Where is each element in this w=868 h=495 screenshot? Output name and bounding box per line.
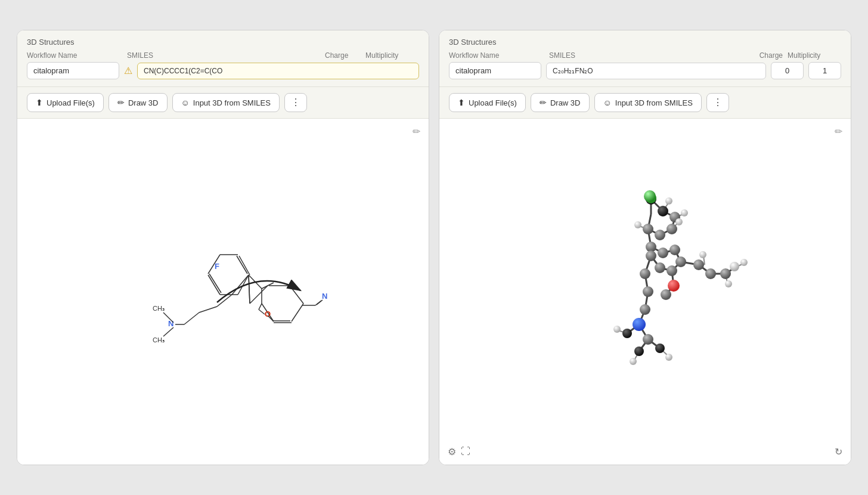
right-bottom-left-icons: ⚙ ⛶ xyxy=(448,446,470,457)
upload-icon-right: ⬆ xyxy=(458,98,465,107)
left-panel-header: 3D Structures Workflow Name SMILES Charg… xyxy=(17,30,429,87)
right-multiplicity-input[interactable] xyxy=(808,62,841,79)
svg-point-84 xyxy=(643,224,653,234)
svg-point-86 xyxy=(658,248,668,258)
left-col-header-charge: Charge xyxy=(325,51,361,60)
svg-point-101 xyxy=(633,318,646,331)
left-col-header-multiplicity: Multiplicity xyxy=(365,51,419,60)
left-col-header-smiles: SMILES xyxy=(127,51,320,60)
right-smiles-display[interactable] xyxy=(546,63,766,79)
left-panel-title: 3D Structures xyxy=(27,38,419,47)
refresh-icon[interactable]: ↻ xyxy=(835,446,842,457)
right-panel-title: 3D Structures xyxy=(449,38,841,47)
svg-point-92 xyxy=(693,259,704,270)
pencil-icon-right: ✏ xyxy=(540,98,547,107)
left-buttons-row: ⬆ Upload File(s) ✏ Draw 3D ☺ Input 3D fr… xyxy=(17,87,429,119)
pencil-icon: ✏ xyxy=(117,98,125,107)
left-edit-icon[interactable]: ✏ xyxy=(413,126,420,137)
svg-point-90 xyxy=(655,262,665,273)
right-panel-header: 3D Structures Workflow Name SMILES Charg… xyxy=(439,30,851,87)
right-draw-button[interactable]: ✏ Draw 3D xyxy=(531,93,590,112)
left-col-header-workflow: Workflow Name xyxy=(27,51,122,60)
svg-text:CH₃: CH₃ xyxy=(153,305,165,312)
svg-point-111 xyxy=(740,259,748,266)
left-panel: 3D Structures Workflow Name SMILES Charg… xyxy=(17,30,429,465)
conversion-arrow xyxy=(211,267,306,314)
svg-line-32 xyxy=(184,313,199,324)
svg-point-99 xyxy=(644,190,656,202)
right-col-header-multiplicity: Multiplicity xyxy=(788,51,841,60)
right-panel: 3D Structures Workflow Name SMILES Charg… xyxy=(439,30,851,465)
svg-point-102 xyxy=(661,289,671,300)
smiley-icon: ☺ xyxy=(181,98,190,107)
svg-point-115 xyxy=(630,358,637,365)
svg-point-107 xyxy=(665,197,672,205)
svg-point-113 xyxy=(699,251,706,258)
svg-point-100 xyxy=(668,280,680,292)
svg-point-87 xyxy=(669,245,680,255)
right-canvas: ✏ xyxy=(439,119,851,465)
svg-point-91 xyxy=(646,250,656,261)
svg-point-82 xyxy=(666,224,677,234)
svg-text:N: N xyxy=(322,292,327,301)
svg-point-108 xyxy=(681,209,688,216)
svg-point-88 xyxy=(675,256,686,267)
svg-point-110 xyxy=(675,218,683,225)
right-workflow-input[interactable] xyxy=(449,62,541,79)
right-more-button[interactable]: ⋮ xyxy=(706,93,729,112)
right-upload-button[interactable]: ⬆ Upload File(s) xyxy=(449,93,526,112)
right-bottom-icons: ⚙ ⛶ ↻ xyxy=(439,446,851,457)
svg-point-95 xyxy=(640,268,650,279)
upload-icon: ⬆ xyxy=(36,98,43,107)
right-charge-input[interactable] xyxy=(771,62,804,79)
svg-point-105 xyxy=(655,344,665,353)
right-input-smiles-button[interactable]: ☺ Input 3D from SMILES xyxy=(594,93,702,112)
svg-point-106 xyxy=(622,329,632,338)
left-workflow-input[interactable] xyxy=(27,62,119,79)
left-input-smiles-button[interactable]: ☺ Input 3D from SMILES xyxy=(172,93,280,112)
svg-point-112 xyxy=(725,280,732,287)
molecule-3d-svg xyxy=(520,163,770,438)
right-col-header-workflow: Workflow Name xyxy=(449,51,544,60)
left-upload-button[interactable]: ⬆ Upload File(s) xyxy=(27,93,104,112)
expand-icon[interactable]: ⛶ xyxy=(461,446,470,457)
right-edit-icon[interactable]: ✏ xyxy=(835,126,842,137)
svg-point-93 xyxy=(705,268,716,279)
svg-point-116 xyxy=(665,354,672,361)
svg-point-96 xyxy=(643,286,653,297)
svg-point-94 xyxy=(720,268,731,279)
left-canvas: ✏ F xyxy=(17,119,429,465)
svg-point-104 xyxy=(634,346,644,356)
svg-point-117 xyxy=(730,262,739,271)
right-buttons-row: ⬆ Upload File(s) ✏ Draw 3D ☺ Input 3D fr… xyxy=(439,87,851,119)
svg-point-103 xyxy=(643,334,653,345)
left-draw-button[interactable]: ✏ Draw 3D xyxy=(108,93,168,112)
left-smiles-input[interactable] xyxy=(137,63,419,79)
smiley-icon-right: ☺ xyxy=(603,98,612,107)
svg-point-83 xyxy=(655,230,665,240)
svg-point-89 xyxy=(666,265,677,276)
svg-point-109 xyxy=(634,221,641,228)
svg-line-18 xyxy=(317,300,323,305)
right-col-header-smiles: SMILES xyxy=(549,51,739,60)
warning-icon: ⚠ xyxy=(124,65,132,76)
left-more-button[interactable]: ⋮ xyxy=(284,93,307,112)
svg-point-97 xyxy=(640,304,650,315)
svg-point-114 xyxy=(613,326,621,333)
svg-point-80 xyxy=(658,206,668,216)
right-col-header-charge: Charge xyxy=(744,51,783,60)
svg-text:CH₃: CH₃ xyxy=(153,336,165,344)
svg-line-36 xyxy=(163,327,173,336)
settings-icon[interactable]: ⚙ xyxy=(448,446,456,457)
